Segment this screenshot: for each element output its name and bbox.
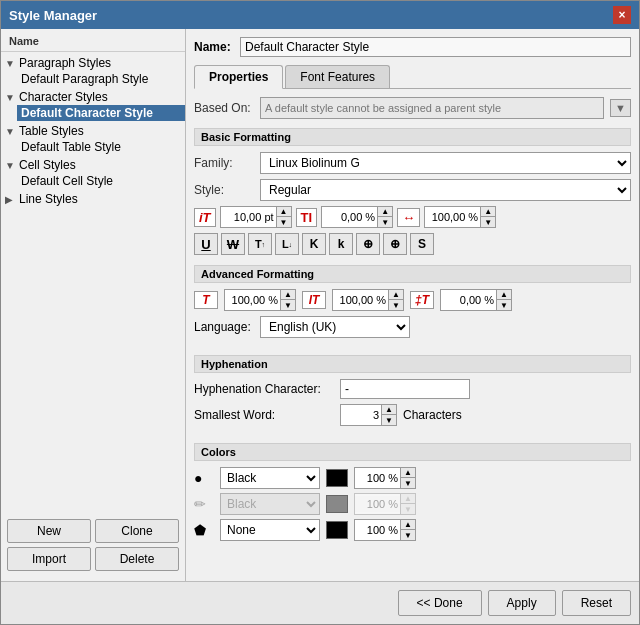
delete-button[interactable]: Delete bbox=[95, 547, 179, 571]
scale-h-input[interactable] bbox=[225, 292, 280, 308]
hyph-char-row: Hyphenation Character: bbox=[194, 379, 631, 399]
color-pct-spinner-2[interactable]: ▲ ▼ bbox=[354, 519, 416, 541]
scale-h-spinner[interactable]: ▲ ▼ bbox=[224, 289, 296, 311]
color-bg-icon: ⬟ bbox=[194, 522, 214, 538]
color-bg-select[interactable]: None bbox=[220, 519, 320, 541]
color-swatch-1 bbox=[326, 495, 348, 513]
language-row: Language: English (UK) bbox=[194, 316, 631, 338]
based-on-input bbox=[260, 97, 604, 119]
color-pct-input-0[interactable] bbox=[355, 470, 400, 486]
size-spinner[interactable]: ▲ ▼ bbox=[220, 206, 292, 228]
tab-properties[interactable]: Properties bbox=[194, 65, 283, 89]
tree-item-character-styles[interactable]: ▼ Character Styles Default Character Sty… bbox=[1, 88, 185, 122]
window-title: Style Manager bbox=[9, 8, 97, 23]
tree-child-default-paragraph[interactable]: Default Paragraph Style bbox=[17, 71, 185, 87]
reset-button[interactable]: Reset bbox=[562, 590, 631, 616]
scale-v-input[interactable] bbox=[333, 292, 388, 308]
arrow-icon: ▼ bbox=[5, 160, 19, 171]
smallcaps-btn[interactable]: S bbox=[410, 233, 434, 255]
tracking-up-btn[interactable]: ▲ bbox=[378, 207, 392, 217]
shadow-btn[interactable]: ⊕ bbox=[383, 233, 407, 255]
size-icon: iT bbox=[194, 208, 216, 227]
scale-v-spinner[interactable]: ▲ ▼ bbox=[332, 289, 404, 311]
tabs: Properties Font Features bbox=[194, 65, 631, 89]
smallest-word-label: Smallest Word: bbox=[194, 408, 334, 422]
hyph-char-input[interactable] bbox=[340, 379, 470, 399]
width-input[interactable] bbox=[425, 209, 480, 225]
tree-item-table-styles[interactable]: ▼ Table Styles Default Table Style bbox=[1, 122, 185, 156]
close-button[interactable]: × bbox=[613, 6, 631, 24]
clone-button[interactable]: Clone bbox=[95, 519, 179, 543]
name-input[interactable] bbox=[240, 37, 631, 57]
color-fill-select[interactable]: Black bbox=[220, 467, 320, 489]
baseline-btns: ▲ ▼ bbox=[496, 290, 511, 310]
scale-h-down[interactable]: ▼ bbox=[281, 300, 295, 310]
tracking-spinner[interactable]: ▲ ▼ bbox=[321, 206, 393, 228]
advanced-row: T ▲ ▼ IT ▲ ▼ ‡ bbox=[194, 289, 631, 311]
subscript-btn[interactable]: L↓ bbox=[275, 233, 299, 255]
left-panel: Name ▼ Paragraph Styles Default Paragrap… bbox=[1, 29, 186, 581]
tree-label: Line Styles bbox=[19, 192, 78, 206]
baseline-spinner[interactable]: ▲ ▼ bbox=[440, 289, 512, 311]
scale-v-btns: ▲ ▼ bbox=[388, 290, 403, 310]
style-select[interactable]: Regular bbox=[260, 179, 631, 201]
family-select[interactable]: Linux Biolinum G bbox=[260, 152, 631, 174]
color-row-0: ● Black ▲ ▼ bbox=[194, 467, 631, 489]
baseline-input[interactable] bbox=[441, 292, 496, 308]
color-row-1: ✏ Black ▲ ▼ bbox=[194, 493, 631, 515]
color-fill-icon: ● bbox=[194, 470, 214, 486]
tree-children-table: Default Table Style bbox=[1, 139, 185, 155]
color-pct-spinner-0[interactable]: ▲ ▼ bbox=[354, 467, 416, 489]
smallest-word-down[interactable]: ▼ bbox=[382, 415, 396, 425]
tracking-down-btn[interactable]: ▼ bbox=[378, 217, 392, 227]
smallest-word-up[interactable]: ▲ bbox=[382, 405, 396, 415]
tab-font-features[interactable]: Font Features bbox=[285, 65, 390, 88]
arrow-icon: ▶ bbox=[5, 194, 19, 205]
name-label: Name: bbox=[194, 40, 234, 54]
strikethrough-btn[interactable]: W bbox=[221, 233, 245, 255]
format-icon-row: U W T↑ L↓ K k ⊕ ⊕ S bbox=[194, 233, 631, 255]
tree-child-default-character[interactable]: Default Character Style bbox=[17, 105, 185, 121]
width-up-btn[interactable]: ▲ bbox=[481, 207, 495, 217]
superscript-btn[interactable]: T↑ bbox=[248, 233, 272, 255]
smallest-word-spinner[interactable]: ▲ ▼ bbox=[340, 404, 397, 426]
tree-children-cell: Default Cell Style bbox=[1, 173, 185, 189]
scale-h-up[interactable]: ▲ bbox=[281, 290, 295, 300]
tree-item-paragraph-styles[interactable]: ▼ Paragraph Styles Default Paragraph Sty… bbox=[1, 54, 185, 88]
done-button[interactable]: << Done bbox=[398, 590, 482, 616]
scale-h-btns: ▲ ▼ bbox=[280, 290, 295, 310]
baseline-down[interactable]: ▼ bbox=[497, 300, 511, 310]
scale-v-icon: IT bbox=[302, 291, 326, 309]
tracking-input[interactable] bbox=[322, 209, 377, 225]
advanced-formatting-title: Advanced Formatting bbox=[194, 265, 631, 283]
color-row-2: ⬟ None ▲ ▼ bbox=[194, 519, 631, 541]
scale-v-down[interactable]: ▼ bbox=[389, 300, 403, 310]
color-pct-input-2[interactable] bbox=[355, 522, 400, 538]
characters-label: Characters bbox=[403, 408, 462, 422]
width-down-btn[interactable]: ▼ bbox=[481, 217, 495, 227]
size-down-btn[interactable]: ▼ bbox=[277, 217, 291, 227]
hyphenation-title: Hyphenation bbox=[194, 355, 631, 373]
kern-btn[interactable]: K bbox=[302, 233, 326, 255]
size-up-btn[interactable]: ▲ bbox=[277, 207, 291, 217]
width-spinner[interactable]: ▲ ▼ bbox=[424, 206, 496, 228]
language-select[interactable]: English (UK) bbox=[260, 316, 410, 338]
tree-item-cell-styles[interactable]: ▼ Cell Styles Default Cell Style bbox=[1, 156, 185, 190]
outline-btn[interactable]: ⊕ bbox=[356, 233, 380, 255]
right-panel: Name: Properties Font Features Based On:… bbox=[186, 29, 639, 581]
baseline-up[interactable]: ▲ bbox=[497, 290, 511, 300]
smallest-word-input[interactable] bbox=[341, 407, 381, 423]
arrow-icon: ▼ bbox=[5, 126, 19, 137]
scale-v-up[interactable]: ▲ bbox=[389, 290, 403, 300]
tree-child-default-table[interactable]: Default Table Style bbox=[17, 139, 185, 155]
tree-child-default-cell[interactable]: Default Cell Style bbox=[17, 173, 185, 189]
name-row: Name: bbox=[194, 37, 631, 57]
tree-label: Character Styles bbox=[19, 90, 108, 104]
import-button[interactable]: Import bbox=[7, 547, 91, 571]
underline-btn[interactable]: U bbox=[194, 233, 218, 255]
size-input[interactable] bbox=[221, 209, 276, 225]
tree-item-line-styles[interactable]: ▶ Line Styles bbox=[1, 190, 185, 208]
apply-button[interactable]: Apply bbox=[488, 590, 556, 616]
kern2-btn[interactable]: k bbox=[329, 233, 353, 255]
new-button[interactable]: New bbox=[7, 519, 91, 543]
